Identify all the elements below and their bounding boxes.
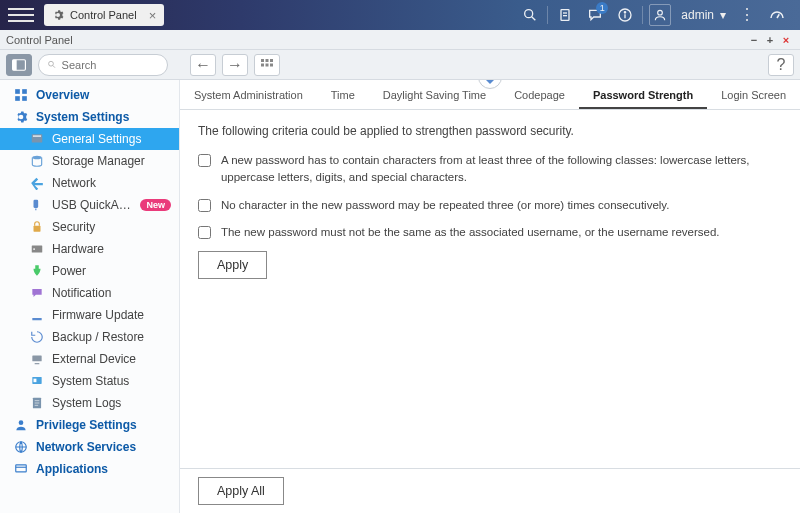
sidebar-item-network[interactable]: Network xyxy=(0,172,179,194)
tab-password-strength[interactable]: Password Strength xyxy=(579,83,707,109)
sidebar-item-privilege[interactable]: Privilege Settings xyxy=(0,414,179,436)
svg-rect-21 xyxy=(22,89,27,94)
sidebar-item-backup-restore[interactable]: Backup / Restore xyxy=(0,326,179,348)
criteria-checkbox-1[interactable] xyxy=(198,199,211,212)
help-button[interactable]: ? xyxy=(768,54,794,76)
sidebar-item-label: Network xyxy=(52,176,171,190)
sidebar-item-security[interactable]: Security xyxy=(0,216,179,238)
help-icon: ? xyxy=(777,56,786,74)
app-tab-control-panel[interactable]: Control Panel × xyxy=(44,4,164,26)
close-tab-button[interactable]: × xyxy=(149,8,157,23)
window-maximize-button[interactable]: + xyxy=(762,34,778,46)
sidebar-item-label: Security xyxy=(52,220,171,234)
sidebar-item-general-settings[interactable]: General Settings xyxy=(0,128,179,150)
sidebar: Overview System Settings General Setting… xyxy=(0,80,180,513)
sidebar-item-label: Applications xyxy=(36,462,171,476)
criteria-checkbox-0[interactable] xyxy=(198,154,211,167)
sidebar-item-system-settings[interactable]: System Settings xyxy=(0,106,179,128)
sidebar-item-hardware[interactable]: Hardware xyxy=(0,238,179,260)
sidebar-item-label: Network Services xyxy=(36,440,171,454)
svg-rect-20 xyxy=(15,89,20,94)
nav-grid-button[interactable] xyxy=(254,54,280,76)
svg-rect-25 xyxy=(33,136,41,137)
sidebar-item-overview[interactable]: Overview xyxy=(0,84,179,106)
gear-icon xyxy=(14,110,28,124)
notifications-button[interactable]: 1 xyxy=(580,0,610,30)
nav-item-icon xyxy=(30,352,44,366)
nav-item-icon xyxy=(30,176,44,190)
nav-back-button[interactable]: ← xyxy=(190,54,216,76)
info-button[interactable] xyxy=(610,0,640,30)
criteria-checkbox-2[interactable] xyxy=(198,226,211,239)
search-icon xyxy=(522,7,538,23)
sidebar-search-input[interactable] xyxy=(62,59,159,71)
criteria-row: The new password must not be the same as… xyxy=(198,224,782,241)
dashboard-button[interactable] xyxy=(762,0,792,30)
sidebar-item-label: Backup / Restore xyxy=(52,330,171,344)
sidebar-item-firmware-update[interactable]: Firmware Update xyxy=(0,304,179,326)
svg-rect-28 xyxy=(35,209,36,211)
content-area: System AdministrationTimeDaylight Saving… xyxy=(180,80,800,513)
svg-point-12 xyxy=(49,61,54,66)
tab-system-administration[interactable]: System Administration xyxy=(180,83,317,109)
sidebar-item-label: Notification xyxy=(52,286,171,300)
person-icon xyxy=(14,418,28,432)
nav-item-icon xyxy=(30,286,44,300)
sidebar-item-usb-quickaccess[interactable]: USB QuickAccessNew xyxy=(0,194,179,216)
apply-all-button[interactable]: Apply All xyxy=(198,477,284,505)
svg-rect-17 xyxy=(261,63,264,66)
person-icon xyxy=(653,8,667,22)
sidebar-item-system-logs[interactable]: System Logs xyxy=(0,392,179,414)
sidebar-item-label: System Settings xyxy=(36,110,171,124)
more-button[interactable]: ⋮ xyxy=(732,0,762,30)
svg-rect-22 xyxy=(15,96,20,101)
sidebar-item-external-device[interactable]: External Device xyxy=(0,348,179,370)
tasks-button[interactable] xyxy=(550,0,580,30)
sidebar-item-label: System Status xyxy=(52,374,171,388)
globe-icon xyxy=(14,440,28,454)
sidebar-item-label: System Logs xyxy=(52,396,171,410)
svg-point-7 xyxy=(625,12,626,13)
sidebar-item-power[interactable]: Power xyxy=(0,260,179,282)
nav-item-icon xyxy=(30,374,44,388)
apply-button[interactable]: Apply xyxy=(198,251,267,279)
sidebar-item-applications[interactable]: Applications xyxy=(0,458,179,480)
content-footer: Apply All xyxy=(180,468,800,513)
tab-login-screen[interactable]: Login Screen xyxy=(707,83,800,109)
svg-rect-42 xyxy=(16,465,27,472)
menu-button[interactable] xyxy=(8,4,34,26)
nav-forward-button[interactable]: → xyxy=(222,54,248,76)
chevron-down-icon xyxy=(485,80,495,85)
toggle-sidebar-button[interactable] xyxy=(6,54,32,76)
sidebar-search[interactable] xyxy=(38,54,168,76)
sidebar-item-label: Storage Manager xyxy=(52,154,171,168)
window-minimize-button[interactable]: − xyxy=(746,34,762,46)
sidebar-item-label: General Settings xyxy=(52,132,171,146)
tab-time[interactable]: Time xyxy=(317,83,369,109)
top-bar: Control Panel × 1 admin ▾ ⋮ xyxy=(0,0,800,30)
user-avatar[interactable] xyxy=(649,4,671,26)
svg-point-8 xyxy=(658,10,663,15)
toolbar: ← → ? xyxy=(0,50,800,80)
kebab-icon: ⋮ xyxy=(739,13,755,17)
notification-badge: 1 xyxy=(596,2,608,14)
nav-item-icon xyxy=(30,264,44,278)
tab-daylight-saving-time[interactable]: Daylight Saving Time xyxy=(369,83,500,109)
criteria-row: No character in the new password may be … xyxy=(198,197,782,214)
tab-codepage[interactable]: Codepage xyxy=(500,83,579,109)
sidebar-item-label: Power xyxy=(52,264,171,278)
window-close-button[interactable]: × xyxy=(778,34,794,46)
svg-rect-23 xyxy=(22,96,27,101)
overview-icon xyxy=(14,88,28,102)
criteria-label: No character in the new password may be … xyxy=(221,197,670,214)
user-menu[interactable]: admin ▾ xyxy=(675,8,732,22)
nav-item-icon xyxy=(30,396,44,410)
search-button[interactable] xyxy=(515,0,545,30)
sidebar-item-system-status[interactable]: System Status xyxy=(0,370,179,392)
svg-point-26 xyxy=(32,156,41,160)
sidebar-item-notification[interactable]: Notification xyxy=(0,282,179,304)
svg-rect-19 xyxy=(270,63,273,66)
grid-icon xyxy=(261,59,273,71)
sidebar-item-storage-manager[interactable]: Storage Manager xyxy=(0,150,179,172)
sidebar-item-network-services[interactable]: Network Services xyxy=(0,436,179,458)
